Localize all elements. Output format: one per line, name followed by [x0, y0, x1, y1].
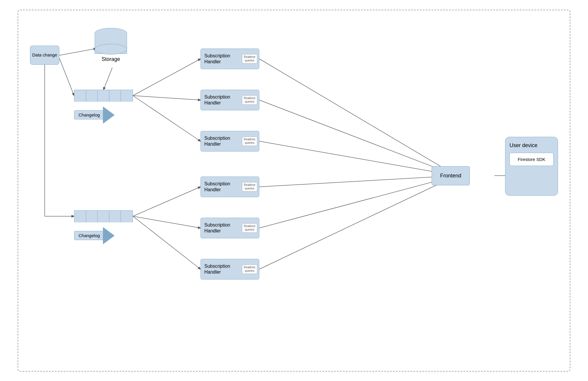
- sh1-label: SubscriptionHandler: [204, 53, 242, 64]
- subscription-handler-2: SubscriptionHandler Realtimequeries: [201, 90, 259, 110]
- frontend-box: Frontend: [432, 166, 470, 185]
- svg-line-15: [259, 176, 456, 228]
- sh1-badge: Realtimequeries: [242, 54, 257, 64]
- queue-segment: [74, 90, 86, 102]
- sh3-label: SubscriptionHandler: [204, 135, 242, 147]
- queue-bottom: [74, 210, 133, 222]
- svg-line-10: [133, 216, 201, 269]
- cylinder-bottom: [95, 44, 127, 54]
- subscription-handler-5: SubscriptionHandler Realtimequeries: [201, 218, 259, 238]
- svg-line-14: [259, 176, 456, 187]
- diagram-lines: [18, 10, 570, 371]
- changelog-bottom-arrow: [104, 227, 115, 244]
- svg-line-6: [133, 96, 201, 100]
- sh5-badge: Realtimequeries: [242, 223, 257, 233]
- svg-line-5: [133, 59, 201, 96]
- svg-line-0: [59, 49, 96, 55]
- sh3-badge: Realtimequeries: [242, 137, 257, 146]
- svg-line-16: [259, 176, 456, 269]
- frontend-label: Frontend: [440, 173, 461, 179]
- user-device-label: User device: [510, 142, 537, 149]
- svg-line-7: [133, 96, 201, 141]
- svg-line-1: [59, 58, 74, 96]
- svg-line-11: [259, 59, 456, 176]
- storage-cylinder: [95, 28, 127, 54]
- sh2-badge: Realtimequeries: [242, 95, 257, 105]
- svg-line-4: [103, 68, 112, 90]
- subscription-handler-1: SubscriptionHandler Realtimequeries: [201, 49, 259, 69]
- firestore-sdk-label: Firestore SDK: [518, 157, 545, 162]
- storage-label: Storage: [101, 56, 120, 62]
- sh6-label: SubscriptionHandler: [204, 263, 242, 274]
- sh6-badge: Realtimequeries: [242, 264, 257, 274]
- svg-line-9: [133, 216, 201, 228]
- subscription-handler-3: SubscriptionHandler Realtimequeries: [201, 131, 259, 152]
- queue-segment: [109, 90, 121, 102]
- firestore-sdk-box: Firestore SDK: [510, 153, 554, 166]
- queue-segment: [121, 211, 133, 222]
- changelog-top-label: Changelog: [74, 110, 104, 119]
- queue-segment: [98, 90, 109, 102]
- storage-container: Storage: [95, 28, 127, 62]
- svg-line-12: [259, 100, 456, 176]
- sh4-label: SubscriptionHandler: [204, 181, 242, 192]
- changelog-bottom-label: Changelog: [74, 231, 104, 240]
- queue-top: [74, 90, 133, 102]
- queue-segment: [74, 211, 86, 222]
- subscription-handler-4: SubscriptionHandler Realtimequeries: [201, 177, 259, 197]
- queue-segment: [98, 211, 109, 222]
- sh4-badge: Realtimequeries: [242, 182, 257, 192]
- svg-line-8: [133, 187, 201, 216]
- queue-segment: [86, 90, 98, 102]
- data-change-box: Data change: [30, 46, 59, 65]
- sh5-label: SubscriptionHandler: [204, 222, 242, 233]
- sh2-label: SubscriptionHandler: [204, 94, 242, 105]
- changelog-top-arrow: [104, 107, 115, 123]
- user-device-box: User device Firestore SDK: [505, 137, 558, 196]
- svg-line-13: [259, 141, 456, 176]
- queue-segment: [86, 211, 98, 222]
- data-change-label: Data change: [32, 52, 57, 58]
- changelog-top: Changelog: [74, 107, 115, 123]
- subscription-handler-6: SubscriptionHandler Realtimequeries: [201, 259, 259, 279]
- diagram-container: Data change Storage Changelog Changelog: [18, 10, 570, 372]
- queue-segment: [109, 211, 121, 222]
- queue-segment: [121, 90, 133, 102]
- changelog-bottom: Changelog: [74, 227, 115, 244]
